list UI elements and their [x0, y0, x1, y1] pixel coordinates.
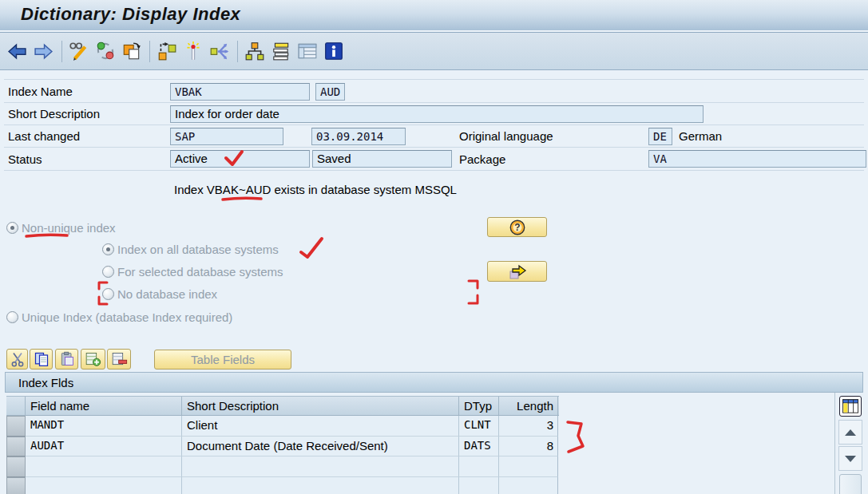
row-selector[interactable]: [6, 456, 26, 477]
index-name-label: Index Name: [8, 85, 73, 98]
copy-object-icon[interactable]: [121, 41, 142, 62]
original-language-name: German: [679, 129, 722, 143]
cell-length[interactable]: [499, 456, 558, 477]
row-selector[interactable]: [6, 437, 26, 457]
forward-icon[interactable]: [33, 41, 54, 62]
toolbar-separator: [237, 41, 238, 62]
short-description-field[interactable]: Index for order date: [170, 105, 704, 123]
technical-settings-icon[interactable]: [323, 41, 344, 62]
display-change-icon[interactable]: [68, 41, 89, 62]
hierarchy-icon[interactable]: [244, 41, 265, 62]
index-name-field[interactable]: VBAK: [170, 83, 310, 101]
column-header-short-description[interactable]: Short Description: [182, 397, 459, 415]
cell-dtyp[interactable]: DATS: [459, 437, 499, 457]
column-header-length[interactable]: Length: [499, 397, 558, 415]
table-row: [6, 477, 559, 494]
wand-icon[interactable]: [182, 41, 204, 62]
cell-field-name[interactable]: AUDAT: [26, 437, 182, 457]
question-mark-icon: ?: [509, 219, 526, 236]
help-button[interactable]: ?: [487, 217, 547, 237]
cell-short-description[interactable]: Document Date (Date Received/Sent): [182, 437, 459, 457]
panel-divider: [834, 393, 835, 494]
row-separator: [4, 124, 864, 125]
original-language-field[interactable]: DE: [648, 128, 672, 145]
cell-field-name[interactable]: [26, 477, 182, 494]
table-row: [6, 456, 559, 477]
radio-non-unique-index[interactable]: Non-unique index: [6, 221, 116, 235]
underline-annotation-message: [223, 198, 261, 200]
radio-button-icon[interactable]: [102, 266, 114, 278]
table-contents-icon[interactable]: [296, 41, 318, 62]
insert-row-button[interactable]: [81, 349, 105, 370]
radio-label: For selected database systems: [117, 265, 283, 279]
main-toolbar: [0, 32, 868, 70]
original-language-label: Original language: [459, 129, 553, 143]
radio-button-icon[interactable]: [102, 243, 114, 255]
row-separator: [4, 170, 864, 171]
table-configuration-button[interactable]: [839, 396, 862, 417]
cell-field-name[interactable]: MANDT: [26, 416, 182, 437]
cell-dtyp[interactable]: [459, 456, 499, 477]
copy-button[interactable]: [30, 349, 53, 370]
cell-short-description[interactable]: Client: [182, 416, 459, 437]
check-annotation-index-all-db: [301, 239, 322, 257]
radio-button-icon[interactable]: [6, 311, 18, 323]
paste-icon: [59, 351, 75, 367]
short-description-label: Short Description: [8, 107, 100, 121]
cut-icon: [10, 351, 26, 367]
radio-no-db-index[interactable]: No database index: [102, 287, 217, 301]
cell-length[interactable]: 3: [499, 416, 558, 437]
table-fields-label: Table Fields: [191, 353, 255, 366]
column-header-field-name[interactable]: Field name: [26, 397, 182, 415]
row-separator: [4, 147, 864, 148]
page-title: Dictionary: Display Index: [21, 4, 240, 25]
copy-icon: [34, 351, 50, 367]
indexes-icon[interactable]: [270, 41, 291, 62]
panel-title: Index Flds: [18, 376, 73, 389]
radio-button-icon[interactable]: [6, 222, 18, 234]
cell-field-name[interactable]: [26, 456, 182, 477]
scroll-up-button[interactable]: [838, 420, 862, 445]
scroll-down-button[interactable]: [838, 446, 862, 471]
radio-label: Unique Index (database Index required): [22, 310, 232, 324]
toolbar-separator: [149, 41, 150, 62]
status-field[interactable]: Active: [170, 150, 310, 168]
radio-index-all-db[interactable]: Index on all database systems: [102, 243, 279, 256]
radio-label: No database index: [117, 287, 217, 301]
radio-unique-index[interactable]: Unique Index (database Index required): [6, 310, 232, 324]
continue-button[interactable]: [487, 261, 547, 282]
cell-short-description[interactable]: [182, 477, 459, 494]
cell-dtyp[interactable]: CLNT: [459, 416, 499, 437]
delete-row-icon: [111, 351, 128, 367]
cell-short-description[interactable]: [182, 456, 459, 477]
table-fields-button[interactable]: Table Fields: [154, 350, 291, 370]
cell-length[interactable]: [499, 477, 558, 494]
scrollbar-thumb[interactable]: ∷: [839, 474, 862, 494]
status-state-field[interactable]: Saved: [312, 150, 452, 168]
where-used-icon[interactable]: [156, 41, 177, 62]
last-changed-date-field[interactable]: 03.09.2014: [311, 128, 406, 145]
cut-button[interactable]: [6, 349, 28, 370]
package-label: Package: [459, 152, 505, 166]
radio-selected-db[interactable]: For selected database systems: [102, 265, 283, 279]
radio-button-icon[interactable]: [102, 288, 114, 300]
paste-button[interactable]: [55, 349, 78, 370]
table-configuration-icon: [842, 398, 859, 414]
index-id-field[interactable]: AUD: [315, 83, 345, 101]
back-icon[interactable]: [6, 41, 28, 62]
delete-row-button[interactable]: [107, 349, 131, 370]
cell-dtyp[interactable]: [459, 477, 499, 494]
insert-row-icon: [85, 351, 101, 367]
index-fields-table: Field name Short Description DTyp Length…: [6, 396, 559, 494]
refresh-icon[interactable]: [94, 41, 116, 62]
package-field[interactable]: VA: [648, 150, 866, 168]
column-header-dtyp[interactable]: DTyp: [459, 397, 499, 415]
chevron-down-icon: [845, 456, 856, 462]
cell-length[interactable]: 8: [499, 437, 558, 457]
row-selector[interactable]: [6, 416, 26, 437]
navigation-icon[interactable]: [208, 41, 230, 62]
row-selector[interactable]: [6, 477, 26, 494]
select-all-cell[interactable]: [6, 397, 26, 415]
table-row: MANDT Client CLNT 3: [6, 416, 559, 437]
last-changed-by-field[interactable]: SAP: [170, 128, 283, 145]
